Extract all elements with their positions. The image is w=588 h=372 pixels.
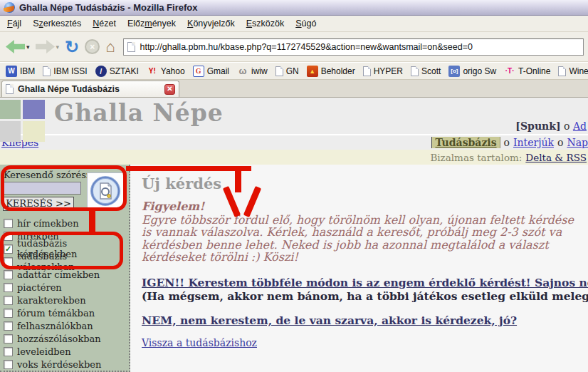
main-content: Új kérdés Figyelem! Egyre többször fordu…	[142, 165, 588, 349]
back-button[interactable]: ▾	[4, 38, 31, 55]
bookmark-ibm-issi[interactable]: IBM ISSI	[40, 65, 90, 78]
back-arrow-icon	[6, 40, 25, 53]
document-magnifier-icon	[90, 175, 121, 207]
checkbox-icon[interactable]	[4, 296, 13, 305]
checkbox-icon[interactable]	[4, 283, 13, 292]
stop-icon: ×	[85, 39, 100, 54]
beholder-icon	[307, 66, 318, 77]
bookmark-yahoo[interactable]: Yahoo	[144, 64, 188, 78]
forward-dropdown-icon[interactable]: ▾	[56, 43, 60, 51]
bookmark-hyper[interactable]: HYPER	[360, 65, 406, 78]
warning-title: Figyelem!	[142, 200, 588, 213]
bookmark-gmail[interactable]: Gmail	[190, 64, 232, 78]
menu-bookmarks[interactable]: Könyvjelzők	[182, 16, 241, 31]
nav-link-naplo[interactable]: Nap	[567, 137, 588, 148]
bookmark-iwiw[interactable]: iwiw	[234, 64, 271, 78]
t-online-icon	[504, 66, 515, 77]
bookmark-sztaki[interactable]: SZTAKI	[93, 64, 142, 78]
tab-title: Ghalla Népe Tudásbázis	[18, 84, 160, 94]
forward-arrow-icon	[36, 40, 55, 53]
bookmark-ibm[interactable]: IBM	[3, 64, 38, 78]
tab-close-icon[interactable]: ✕	[164, 84, 175, 95]
checkbox-icon[interactable]	[4, 360, 13, 369]
checkbox-icon[interactable]	[4, 244, 13, 254]
site-favicon	[127, 42, 135, 52]
page-icon	[558, 66, 566, 76]
menu-tools[interactable]: Eszközök	[241, 16, 290, 31]
sztaki-icon	[95, 66, 107, 77]
checkbox-icon[interactable]	[4, 347, 13, 356]
back-dropdown-icon[interactable]: ▾	[26, 43, 30, 51]
checkbox-forum-temakban[interactable]: fórum témákban	[4, 306, 126, 319]
checkbox-leveleidben[interactable]: leveleidben	[4, 345, 126, 358]
yes-searched-link[interactable]: IGEN!! Kerestem többféle módon is az eng…	[142, 276, 588, 289]
menu-file[interactable]: Fájl	[1, 16, 27, 31]
delta-rss-link[interactable]: Delta & RSS	[525, 152, 587, 163]
logo-square-gray	[0, 121, 21, 142]
checkbox-karakterekben[interactable]: karakterekben	[4, 294, 126, 306]
site-title: Ghalla Népe	[54, 99, 224, 127]
search-input[interactable]	[3, 182, 81, 195]
checkbox-tudasbazis-valaszokban[interactable]: tudásbázis válaszokban	[4, 255, 126, 268]
forward-button[interactable]: ▾	[34, 38, 61, 55]
page-title: Új kérdés	[142, 175, 588, 192]
checkbox-piacteren[interactable]: piactéren	[4, 281, 126, 294]
reload-button[interactable]: ↻	[63, 37, 80, 57]
logo-square-purple	[23, 100, 45, 119]
search-label: Keresendő szórész:	[4, 170, 94, 180]
checkbox-icon[interactable]	[4, 309, 13, 318]
site-logo	[0, 100, 45, 142]
search-document-icon-button[interactable]	[87, 172, 124, 210]
tab-favicon	[6, 84, 14, 94]
checkbox-icon[interactable]	[4, 232, 13, 241]
checkbox-icon[interactable]	[4, 334, 13, 343]
search-scope-list: hír címekben hírekben tudásbázis kérdése…	[4, 217, 126, 371]
logo-square-green	[0, 100, 21, 119]
page-icon	[363, 66, 371, 76]
window-titlebar: Ghalla Népe Tudásbázis - Mozilla Firefox	[0, 0, 588, 16]
menu-help[interactable]: Súgó	[290, 16, 322, 31]
note-text: (Ha mégsem, akkor nem bánom, ha a többi …	[142, 289, 588, 303]
menu-history[interactable]: Előzmények	[122, 16, 182, 31]
checkbox-icon[interactable]	[4, 257, 13, 267]
confidential-row: Bizalmas tartalom: Delta & RSS	[0, 150, 588, 165]
checkbox-hozzaszolasokban[interactable]: hozzászólásokban	[4, 332, 126, 345]
home-icon: ⌂	[105, 39, 115, 55]
bookmark-origo[interactable]: origo Sw	[446, 64, 499, 78]
bookmark-gn[interactable]: GN	[273, 65, 302, 78]
search-button[interactable]: KERESÉS >>	[3, 197, 74, 211]
checkbox-voks-kerdesekben[interactable]: voks kérdésekben	[4, 358, 126, 371]
nav-tab-tudasbazis[interactable]: Tudásbázis	[431, 137, 500, 148]
origo-icon	[448, 66, 460, 77]
warning-block: Figyelem! Egyre többször fordul elő, hog…	[142, 200, 588, 264]
gmail-icon	[193, 66, 204, 77]
iwiw-icon	[237, 66, 248, 77]
stop-button[interactable]: ×	[83, 38, 101, 56]
page-icon	[43, 66, 51, 76]
nav-link-interjuk[interactable]: Interjúk	[513, 137, 554, 148]
no-search-link[interactable]: NEM, nem kerestem, de le van szarva, akk…	[142, 314, 517, 327]
bookmark-winehq[interactable]: Wine HQ	[555, 65, 588, 78]
checkbox-hir-cimekben[interactable]: hír címekben	[4, 217, 126, 229]
page-icon	[411, 66, 419, 76]
page-icon	[275, 66, 283, 76]
bookmark-scott[interactable]: Scott	[408, 65, 443, 78]
back-to-knowledgebase-link[interactable]: Vissza a tudásbázishoz	[142, 337, 257, 348]
firefox-icon	[4, 2, 15, 13]
home-button[interactable]: ⌂	[104, 38, 116, 56]
url-bar[interactable]: http://ghalla.pbm.hu/kbase.php?q=1172745…	[123, 38, 584, 56]
menu-view[interactable]: Nézet	[87, 16, 122, 31]
checkbox-felhasznalokban[interactable]: felhasználókban	[4, 319, 126, 332]
menu-bar: Fájl Szerkesztés Nézet Előzmények Könyvj…	[0, 16, 588, 32]
bookmark-beholder[interactable]: Beholder	[304, 64, 358, 78]
user-box: [Spunk] o Ad	[515, 120, 587, 132]
page-content: Keresendő szórész: KERESÉS >> hír címekb…	[0, 165, 588, 372]
checkbox-icon[interactable]	[4, 270, 13, 279]
bookmark-tonline[interactable]: T-Online	[501, 64, 553, 78]
checkbox-icon[interactable]	[4, 219, 13, 228]
window-title: Ghalla Népe Tudásbázis - Mozilla Firefox	[19, 2, 197, 13]
user-link[interactable]: Ad	[573, 120, 587, 132]
menu-edit[interactable]: Szerkesztés	[27, 16, 87, 31]
checkbox-icon[interactable]	[4, 321, 13, 331]
tab-ghalla-nepe[interactable]: Ghalla Népe Tudásbázis ✕	[1, 81, 179, 97]
